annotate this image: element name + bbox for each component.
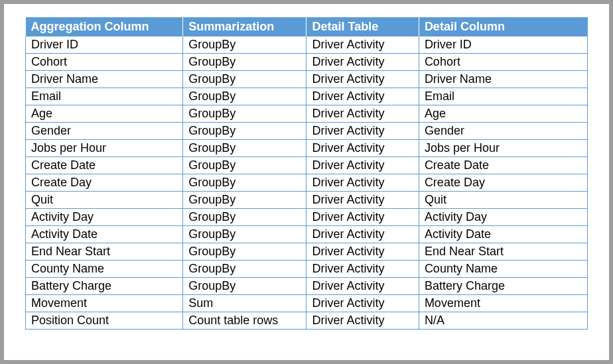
cell-aggregation-column: Driver ID bbox=[26, 36, 183, 54]
table-row: Driver NameGroupByDriver ActivityDriver … bbox=[26, 71, 588, 88]
table-header-row: Aggregation Column Summarization Detail … bbox=[26, 17, 588, 36]
cell-aggregation-column: Jobs per Hour bbox=[26, 140, 183, 157]
cell-detail-table: Driver Activity bbox=[306, 278, 419, 295]
table-row: QuitGroupByDriver ActivityQuit bbox=[26, 192, 588, 209]
table-row: MovementSumDriver ActivityMovement bbox=[26, 295, 588, 312]
cell-detail-table: Driver Activity bbox=[306, 174, 419, 192]
table-row: Driver IDGroupByDriver ActivityDriver ID bbox=[26, 36, 588, 54]
cell-detail-table: Driver Activity bbox=[306, 157, 419, 174]
cell-summarization: GroupBy bbox=[183, 157, 306, 174]
cell-summarization: GroupBy bbox=[183, 174, 306, 192]
table-row: CohortGroupByDriver ActivityCohort bbox=[26, 54, 588, 71]
cell-aggregation-column: County Name bbox=[26, 261, 183, 278]
cell-detail-column: Driver Name bbox=[419, 71, 587, 88]
cell-aggregation-column: Driver Name bbox=[26, 71, 183, 88]
cell-detail-column: Battery Charge bbox=[419, 278, 587, 295]
cell-detail-column: Activity Day bbox=[419, 209, 587, 226]
table-row: Activity DateGroupByDriver ActivityActiv… bbox=[26, 226, 588, 243]
aggregation-table: Aggregation Column Summarization Detail … bbox=[25, 17, 588, 330]
cell-detail-table: Driver Activity bbox=[306, 261, 419, 278]
cell-aggregation-column: Battery Charge bbox=[26, 278, 183, 295]
cell-aggregation-column: Activity Day bbox=[26, 209, 183, 226]
cell-aggregation-column: Gender bbox=[26, 123, 183, 140]
cell-detail-table: Driver Activity bbox=[306, 140, 419, 157]
cell-summarization: GroupBy bbox=[183, 226, 306, 243]
cell-aggregation-column: End Near Start bbox=[26, 243, 183, 261]
table-row: Battery ChargeGroupByDriver ActivityBatt… bbox=[26, 278, 588, 295]
cell-detail-column: Quit bbox=[419, 192, 587, 209]
cell-detail-column: Jobs per Hour bbox=[419, 140, 587, 157]
cell-detail-column: Email bbox=[419, 88, 587, 105]
cell-detail-table: Driver Activity bbox=[306, 105, 419, 123]
cell-summarization: GroupBy bbox=[183, 192, 306, 209]
cell-aggregation-column: Movement bbox=[26, 295, 183, 312]
table-row: End Near StartGroupByDriver ActivityEnd … bbox=[26, 243, 588, 261]
cell-summarization: GroupBy bbox=[183, 243, 306, 261]
cell-detail-column: Driver ID bbox=[419, 36, 587, 54]
cell-detail-column: N/A bbox=[419, 312, 587, 330]
cell-summarization: GroupBy bbox=[183, 278, 306, 295]
cell-aggregation-column: Age bbox=[26, 105, 183, 123]
cell-aggregation-column: Quit bbox=[26, 192, 183, 209]
cell-detail-table: Driver Activity bbox=[306, 88, 419, 105]
cell-detail-table: Driver Activity bbox=[306, 54, 419, 71]
cell-detail-column: End Near Start bbox=[419, 243, 587, 261]
cell-summarization: GroupBy bbox=[183, 88, 306, 105]
table-body: Driver IDGroupByDriver ActivityDriver ID… bbox=[26, 36, 588, 330]
cell-detail-table: Driver Activity bbox=[306, 209, 419, 226]
cell-detail-table: Driver Activity bbox=[306, 312, 419, 330]
table-row: Jobs per HourGroupByDriver ActivityJobs … bbox=[26, 140, 588, 157]
cell-detail-table: Driver Activity bbox=[306, 243, 419, 261]
cell-detail-column: Activity Date bbox=[419, 226, 587, 243]
cell-summarization: GroupBy bbox=[183, 140, 306, 157]
table-row: Activity DayGroupByDriver ActivityActivi… bbox=[26, 209, 588, 226]
cell-summarization: GroupBy bbox=[183, 54, 306, 71]
cell-summarization: Sum bbox=[183, 295, 306, 312]
cell-summarization: GroupBy bbox=[183, 123, 306, 140]
cell-detail-column: Movement bbox=[419, 295, 587, 312]
cell-detail-column: Create Day bbox=[419, 174, 587, 192]
cell-summarization: GroupBy bbox=[183, 71, 306, 88]
cell-aggregation-column: Activity Date bbox=[26, 226, 183, 243]
cell-aggregation-column: Create Day bbox=[26, 174, 183, 192]
cell-detail-column: Create Date bbox=[419, 157, 587, 174]
cell-aggregation-column: Position Count bbox=[26, 312, 183, 330]
cell-summarization: GroupBy bbox=[183, 105, 306, 123]
cell-detail-column: Gender bbox=[419, 123, 587, 140]
cell-detail-column: County Name bbox=[419, 261, 587, 278]
cell-detail-table: Driver Activity bbox=[306, 226, 419, 243]
cell-detail-table: Driver Activity bbox=[306, 192, 419, 209]
cell-detail-column: Cohort bbox=[419, 54, 587, 71]
table-row: County NameGroupByDriver ActivityCounty … bbox=[26, 261, 588, 278]
cell-detail-table: Driver Activity bbox=[306, 123, 419, 140]
table-row: EmailGroupByDriver ActivityEmail bbox=[26, 88, 588, 105]
table-row: Position CountCount table rowsDriver Act… bbox=[26, 312, 588, 330]
header-aggregation-column: Aggregation Column bbox=[26, 17, 183, 36]
header-detail-column: Detail Column bbox=[419, 17, 587, 36]
cell-aggregation-column: Create Date bbox=[26, 157, 183, 174]
cell-detail-table: Driver Activity bbox=[306, 295, 419, 312]
table-row: AgeGroupByDriver ActivityAge bbox=[26, 105, 588, 123]
cell-summarization: GroupBy bbox=[183, 36, 306, 54]
cell-aggregation-column: Email bbox=[26, 88, 183, 105]
header-summarization: Summarization bbox=[183, 17, 306, 36]
cell-detail-column: Age bbox=[419, 105, 587, 123]
cell-aggregation-column: Cohort bbox=[26, 54, 183, 71]
content-frame: Aggregation Column Summarization Detail … bbox=[4, 4, 609, 360]
table-row: Create DateGroupByDriver ActivityCreate … bbox=[26, 157, 588, 174]
table-row: GenderGroupByDriver ActivityGender bbox=[26, 123, 588, 140]
cell-detail-table: Driver Activity bbox=[306, 71, 419, 88]
table-row: Create DayGroupByDriver ActivityCreate D… bbox=[26, 174, 588, 192]
header-detail-table: Detail Table bbox=[306, 17, 419, 36]
cell-summarization: Count table rows bbox=[183, 312, 306, 330]
cell-detail-table: Driver Activity bbox=[306, 36, 419, 54]
cell-summarization: GroupBy bbox=[183, 209, 306, 226]
cell-summarization: GroupBy bbox=[183, 261, 306, 278]
